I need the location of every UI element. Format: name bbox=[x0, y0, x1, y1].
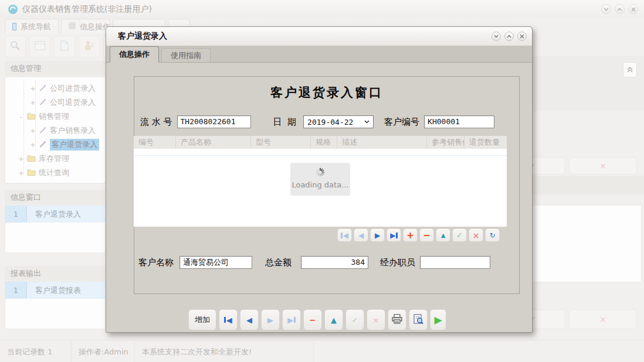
collapse-panel-button[interactable] bbox=[623, 62, 637, 77]
app-title: 仪器仪表销售管理系统(非注册用户) bbox=[22, 4, 152, 15]
report-button[interactable] bbox=[29, 36, 50, 57]
main-window-controls bbox=[601, 4, 638, 14]
customer-name-label: 客户名称 bbox=[138, 257, 174, 268]
grid-prev-button[interactable]: ◀ bbox=[354, 228, 368, 242]
triangle-up-icon: ▲ bbox=[331, 316, 337, 325]
dialog-titlebar[interactable]: 客户退货录入 bbox=[106, 27, 532, 46]
tab-label: 系统导航 bbox=[21, 22, 51, 32]
serial-label: 流 水 号 bbox=[140, 117, 172, 128]
background-cancel-button[interactable]: × bbox=[569, 309, 637, 329]
edit-button[interactable]: ▲ bbox=[324, 309, 343, 330]
col-description: 描述 bbox=[337, 136, 427, 149]
navigation-tree: + 公司进货录入 + 公司退货录入 - 销售管理 + 客户销售录入 + bbox=[5, 77, 105, 180]
sidebar-header-info-management: 信息管理 bbox=[5, 61, 106, 76]
status-operator: 操作者:Admin bbox=[72, 340, 135, 362]
add-button[interactable]: 增加 bbox=[188, 309, 216, 330]
tab-label: 信息操作 bbox=[119, 49, 150, 60]
dialog-restore-button[interactable] bbox=[504, 32, 514, 41]
tab-system-navigation[interactable]: 系统导航 bbox=[5, 19, 59, 34]
next-record-button[interactable]: ▶ bbox=[261, 309, 280, 330]
staff-input[interactable] bbox=[420, 256, 490, 269]
minus-icon: − bbox=[310, 316, 316, 325]
next-record-icon: ▶ bbox=[375, 231, 380, 240]
wand-icon bbox=[39, 126, 47, 136]
first-record-button[interactable]: ◀ bbox=[219, 309, 238, 330]
grid-first-button[interactable]: ◀ bbox=[337, 228, 352, 242]
status-bar: 当前记录数 1 操作者:Admin 本系统支持二次开发和全新开发! bbox=[0, 340, 644, 362]
tree-item-company-purchase-entry[interactable]: + 公司进货录入 bbox=[5, 81, 105, 95]
grid-refresh-button[interactable]: ↻ bbox=[485, 228, 500, 242]
grid-last-button[interactable]: ▶ bbox=[387, 228, 401, 242]
dialog-minimize-button[interactable] bbox=[492, 32, 501, 41]
grid-next-button[interactable]: ▶ bbox=[370, 228, 385, 242]
date-select[interactable]: 2019-04-22 bbox=[303, 115, 374, 128]
tree-item-customer-return-entry[interactable]: + 客户退货录入 bbox=[5, 138, 105, 152]
refresh-icon: ↻ bbox=[489, 231, 495, 240]
tree-item-label: 统计查询 bbox=[39, 168, 69, 178]
cross-icon: × bbox=[373, 316, 379, 325]
col-return-qty: 退货数量 bbox=[465, 136, 507, 149]
report-output-row[interactable]: 1 客户退货报表 bbox=[5, 282, 105, 299]
background-cancel-button[interactable]: × bbox=[569, 157, 637, 175]
spinner-icon bbox=[290, 168, 350, 179]
dialog-tab-info-operation[interactable]: 信息操作 bbox=[110, 46, 159, 63]
status-message: 本系统支持二次开发和全新开发! bbox=[135, 340, 314, 362]
cancel-button[interactable]: × bbox=[367, 309, 385, 330]
prev-record-button[interactable]: ◀ bbox=[240, 309, 259, 330]
check-icon: ✓ bbox=[352, 316, 358, 325]
dialog-tab-strip: 信息操作 使用指南 bbox=[106, 46, 532, 63]
background-band bbox=[522, 176, 644, 194]
run-button[interactable]: ▶ bbox=[430, 309, 446, 330]
minus-icon: − bbox=[423, 230, 431, 241]
print-preview-button[interactable] bbox=[409, 309, 428, 330]
tree-item-label: 客户退货录入 bbox=[50, 139, 99, 151]
tree-folder-inventory-management[interactable]: + 库存管理 bbox=[5, 152, 105, 166]
customer-no-input[interactable]: KH00001 bbox=[424, 115, 494, 128]
dialog-bottom-toolbar: 增加 ◀ ◀ ▶ ▶ − ▲ ✓ × ▶ bbox=[188, 309, 446, 330]
tree-item-customer-sales-entry[interactable]: + 客户销售录入 bbox=[5, 124, 105, 138]
tab-information-operation[interactable]: 信息操作 bbox=[61, 19, 110, 34]
last-record-button[interactable]: ▶ bbox=[282, 309, 301, 330]
double-chevron-up-icon bbox=[626, 66, 633, 73]
search-button[interactable] bbox=[5, 36, 26, 57]
add-button-label: 增加 bbox=[195, 315, 210, 325]
grid-add-button[interactable]: + bbox=[403, 228, 418, 242]
app-logo-icon bbox=[8, 4, 18, 15]
grid-icon bbox=[69, 22, 76, 31]
customer-no-label: 客户编号 bbox=[384, 117, 419, 128]
dialog-window-controls bbox=[492, 32, 527, 41]
window-restore-button[interactable] bbox=[615, 4, 625, 14]
background-panel bbox=[526, 205, 642, 282]
tree-item-company-return-entry[interactable]: + 公司退货录入 bbox=[5, 95, 105, 110]
confirm-button[interactable]: ✓ bbox=[345, 309, 364, 330]
window-close-button[interactable] bbox=[628, 4, 638, 14]
grid-edit-button[interactable]: ▲ bbox=[436, 228, 450, 242]
window-minimize-button[interactable] bbox=[601, 4, 611, 14]
folder-icon bbox=[27, 155, 36, 163]
dialog-close-button[interactable] bbox=[517, 32, 527, 41]
dialog-tab-user-guide[interactable]: 使用指南 bbox=[161, 48, 211, 62]
tree-item-label: 销售管理 bbox=[39, 111, 69, 122]
info-window-row[interactable]: 1 客户退货录入 bbox=[5, 206, 105, 223]
grid-confirm-button[interactable]: ✓ bbox=[452, 228, 467, 242]
document-button[interactable] bbox=[54, 36, 75, 57]
sidebar-header-report-output: 报表输出 bbox=[5, 266, 106, 281]
tree-guide-line bbox=[35, 81, 36, 151]
total-input[interactable]: 384 bbox=[301, 256, 368, 269]
serial-input[interactable]: TH2008022601 bbox=[177, 115, 251, 128]
form-row-bottom: 客户名称 通海贸易公司 总金额 384 经办职员 bbox=[138, 256, 490, 269]
form-row-top: 流 水 号 TH2008022601 日 期 2019-04-22 客户编号 K… bbox=[140, 115, 494, 128]
col-number: 编号 bbox=[134, 136, 176, 149]
dialog-body: 客户退货录入窗口 流 水 号 TH2008022601 日 期 2019-04-… bbox=[106, 63, 532, 333]
customer-name-input[interactable]: 通海贸易公司 bbox=[179, 256, 252, 269]
print-button[interactable] bbox=[388, 309, 406, 330]
tree-folder-sales-management[interactable]: - 销售管理 bbox=[5, 110, 105, 124]
printer-icon bbox=[391, 314, 403, 326]
system-navigation-icon bbox=[12, 23, 16, 30]
grid-cancel-button[interactable]: × bbox=[469, 228, 483, 242]
tree-folder-statistics-query[interactable]: + 统计查询 bbox=[5, 166, 105, 180]
grid-delete-button[interactable]: − bbox=[419, 228, 434, 242]
customer-return-entry-dialog: 客户退货录入 信息操作 使用指南 客户退货录入窗口 流 水 号 TH200802… bbox=[106, 26, 533, 333]
delete-button[interactable]: − bbox=[303, 309, 322, 330]
user-button[interactable] bbox=[79, 36, 100, 57]
